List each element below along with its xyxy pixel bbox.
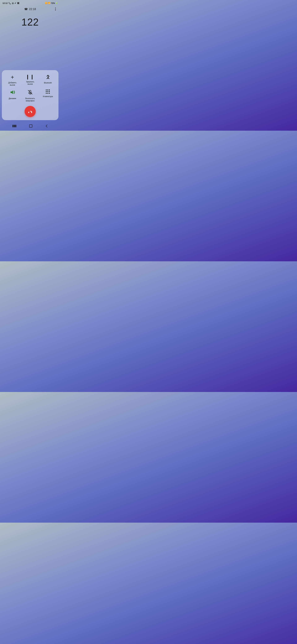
status-right: 🛜 📶 72% 🔋 [45,2,58,4]
battery-icon: 🔋 [55,2,58,4]
wifi-icon: 🛜 [45,2,47,4]
mute-button[interactable]: Выключитьмикрофон [22,90,38,102]
call-phone-icon: ☎ [24,8,28,11]
controls-grid: + Добавитьвызов ❙❙ Удержатьвызов Bluetoo… [4,74,56,102]
speaker-label: Динамик [9,97,16,100]
call-header: ☎ 22:18 ⋮ [0,6,60,13]
mute-icon [27,90,33,96]
end-call-container [4,106,56,117]
phone-number: 122 [21,16,39,28]
svg-marker-0 [10,90,13,94]
status-left: 12:12 📞 ◎ ✔ 🖼 [2,2,19,4]
bluetooth-label: Bluetooth [44,82,52,84]
end-call-button[interactable] [24,106,36,117]
signal-icon: 📶 [48,2,50,4]
speaker-button[interactable]: Динамик [4,90,20,102]
bluetooth-icon [45,74,50,80]
image-icon: 🖼 [17,2,19,4]
control-panel: + Добавитьвызов ❙❙ Удержатьвызов Bluetoo… [2,70,58,120]
check-icon: ✔ [14,2,16,4]
hold-icon: ❙❙ [26,74,35,79]
add-call-button[interactable]: + Добавитьвызов [4,74,20,86]
battery-percent: 72% [51,2,55,4]
nav-bar [0,122,60,131]
add-call-label: Добавитьвызов [8,82,16,86]
hold-button[interactable]: ❙❙ Удержатьвызов [22,74,38,86]
instagram-icon: ◎ [12,2,13,4]
phone-number-container: 122 [0,13,60,30]
speaker-icon [9,90,15,96]
phone-status-icon: 📞 [8,2,11,4]
svg-rect-9 [29,124,32,128]
bluetooth-button[interactable]: Bluetooth [40,74,56,86]
keypad-button[interactable]: Клавиатура [40,90,56,102]
svg-rect-8 [15,125,16,127]
add-call-icon: + [11,74,14,80]
call-duration: 22:18 [29,8,36,11]
hold-label: Удержатьвызов [26,81,34,86]
status-time: 12:12 [2,2,7,4]
more-options-button[interactable]: ⋮ [54,7,57,11]
recent-apps-button[interactable] [12,125,16,127]
back-button[interactable] [45,124,48,128]
home-button[interactable] [29,124,32,128]
svg-rect-6 [12,125,13,127]
status-bar: 12:12 📞 ◎ ✔ 🖼 🛜 📶 72% 🔋 [0,0,60,6]
keypad-label: Клавиатура [43,95,53,98]
svg-rect-4 [28,112,29,113]
mute-label: Выключитьмикрофон [25,97,35,102]
keypad-icon [46,90,50,94]
svg-rect-7 [14,125,15,127]
call-title: ☎ 22:18 [24,8,36,11]
